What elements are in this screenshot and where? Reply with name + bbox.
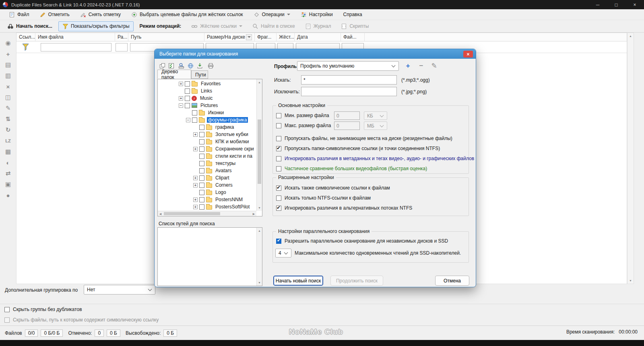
scrollbar-thumb[interactable] [164,212,220,215]
tree-checkbox[interactable] [199,204,204,210]
min-size-unit-select[interactable]: КБ [364,111,387,120]
contrast-icon[interactable]: ◐ [3,157,13,168]
edit-profile-button[interactable]: ✎ [429,61,440,71]
search-ntfs-links-only-row[interactable]: Искать только NTFS-ссылки к файлам [276,195,371,201]
expand-icon[interactable] [193,176,198,180]
ignore-ads-row[interactable]: Игнорировать различия в альтернативных п… [276,205,412,211]
scroll-right-icon[interactable]: ▶ [251,211,256,216]
tree-item[interactable]: Clipart [158,174,256,181]
column-date[interactable]: Дата [295,33,341,41]
tree-checkbox[interactable] [199,132,204,137]
skip-symlink-folders-checkbox[interactable] [276,146,281,151]
grouping-select[interactable]: Нет [84,285,155,295]
hide-symlink-files-row[interactable]: Скрыть файлы, путь к которым содержит си… [4,317,159,323]
save-list-icon[interactable]: ▥ [3,70,13,81]
skip-resident-files-row[interactable]: Пропускать файлы, не занимающие места на… [276,136,452,141]
rename-icon[interactable]: ✎ [3,103,13,113]
close-button[interactable]: × [625,0,644,9]
dialog-titlebar[interactable]: Выберите папки для сканирования × [155,49,476,59]
copy-list-icon[interactable]: ▤ [3,60,13,70]
tree-item[interactable]: Corners [158,181,256,189]
partial-video-compare-checkbox[interactable] [276,166,281,171]
tree-item[interactable]: Иконки [158,109,256,116]
start-new-search-button[interactable]: Начать новый поиск [273,276,323,286]
tab-folder-tree[interactable]: Дерево папок [157,70,191,79]
paths-list[interactable]: ▲ ▼ [157,227,262,286]
column-path[interactable]: Путь [128,33,204,41]
expand-icon[interactable] [179,82,183,86]
continue-search-button[interactable]: Продолжить поиск [330,276,383,286]
tree-checkbox[interactable] [185,103,190,108]
start-search-button[interactable]: Начать поиск... [3,21,56,31]
scroll-down-icon[interactable]: ▼ [257,280,262,286]
hide-groups-checkbox[interactable] [4,307,10,312]
dialog-close-button[interactable]: × [463,51,473,58]
main-scrollbar[interactable]: ▲ ▼ [627,33,634,284]
filter-add-icon[interactable]: + [3,49,13,59]
expand-icon[interactable] [193,205,198,209]
max-size-checkbox[interactable] [276,123,281,128]
min-size-checkbox[interactable] [276,113,281,118]
tree-checkbox[interactable] [199,161,204,166]
network-folders-button[interactable] [186,61,195,70]
tree-checkbox[interactable] [192,110,197,115]
scroll-left-icon[interactable]: ◀ [158,211,163,216]
journal-button[interactable]: Журнал [301,21,335,31]
tree-item[interactable]: Links [158,87,256,95]
column-ext[interactable]: Ра... [115,33,128,41]
minimize-button[interactable]: ─ [588,0,607,9]
menu-help[interactable]: Справка [339,10,366,19]
tree-checkbox[interactable] [199,154,204,159]
tree-item[interactable]: графика [158,124,256,131]
parallel-scan-checkbox[interactable] [276,239,281,244]
max-size-unit-select[interactable]: МБ [364,122,387,130]
tree-item[interactable]: Music [158,95,256,102]
column-fragments[interactable]: Фраг... [255,33,277,41]
search-symlinks-row[interactable]: Искать также символические ссылки к файл… [276,185,390,191]
column-filename[interactable]: Имя файла [35,33,115,41]
column-hardlinks[interactable]: Жёст... [277,33,295,41]
scrollbar-thumb[interactable] [258,119,261,184]
skip-resident-files-checkbox[interactable] [276,136,281,141]
parallel-scan-row[interactable]: Разрешить параллельное сканирование для … [276,238,448,244]
scripts-button[interactable]: Скрипты [337,21,373,31]
compare-files-icon[interactable]: ◫ [3,92,13,103]
tree-checkbox[interactable] [185,81,190,86]
menu-select-target-files[interactable]: Выбрать целевые файлы для жёстких ссылок [127,10,247,19]
expand-icon[interactable] [193,183,198,187]
swap-panels-icon[interactable]: ⇄ [3,168,13,179]
tree-item[interactable]: PostersNNM [158,196,256,203]
tree-item[interactable]: Favorites [158,80,256,87]
tree-checkbox[interactable] [185,89,190,94]
print-button[interactable] [206,61,215,70]
menu-unmark[interactable]: Снять отметку [76,10,125,19]
tree-item[interactable]: Logo [158,189,256,196]
max-size-input[interactable] [334,122,360,130]
refresh-icon[interactable]: ↻ [3,125,13,135]
paths-scrollbar[interactable]: ▲ ▼ [256,228,262,286]
hide-groups-row[interactable]: Скрыть группы без дубликатов [4,307,82,312]
tree-item[interactable]: стили кисти и па [158,152,256,160]
add-profile-button[interactable]: + [402,61,413,71]
lz-compression-icon[interactable]: LZ [3,136,13,146]
remove-profile-button[interactable]: − [416,61,427,71]
find-in-list-button[interactable]: Найти в списке [248,21,299,31]
tree-checkbox[interactable] [199,183,204,188]
ignore-ads-checkbox[interactable] [276,206,281,211]
column-files[interactable]: Фай... [341,33,365,41]
skip-symlink-folders-row[interactable]: Пропускать папки-символические ссылки (и… [276,146,440,151]
tree-checkbox[interactable] [185,96,190,101]
ignore-metadata-checkbox[interactable] [276,156,281,161]
filter-ext-input[interactable] [116,43,128,51]
profile-select[interactable]: Профиль по умолчанию [297,61,399,71]
exclude-mask-input[interactable] [301,87,397,96]
titlebar[interactable]: Duplicate Files Search & Link 10.4.0 202… [0,0,644,9]
tree-checkbox[interactable] [192,117,197,123]
tree-item[interactable]: Золотые кубки [158,131,256,138]
search-mask-input[interactable] [301,75,397,84]
search-symlinks-checkbox[interactable] [276,185,281,191]
marker-icon[interactable]: ● [3,190,13,200]
expand-icon[interactable] [179,96,183,101]
tree-checkbox[interactable] [199,146,204,152]
tree-vscrollbar[interactable]: ▲ ▼ [256,79,262,211]
